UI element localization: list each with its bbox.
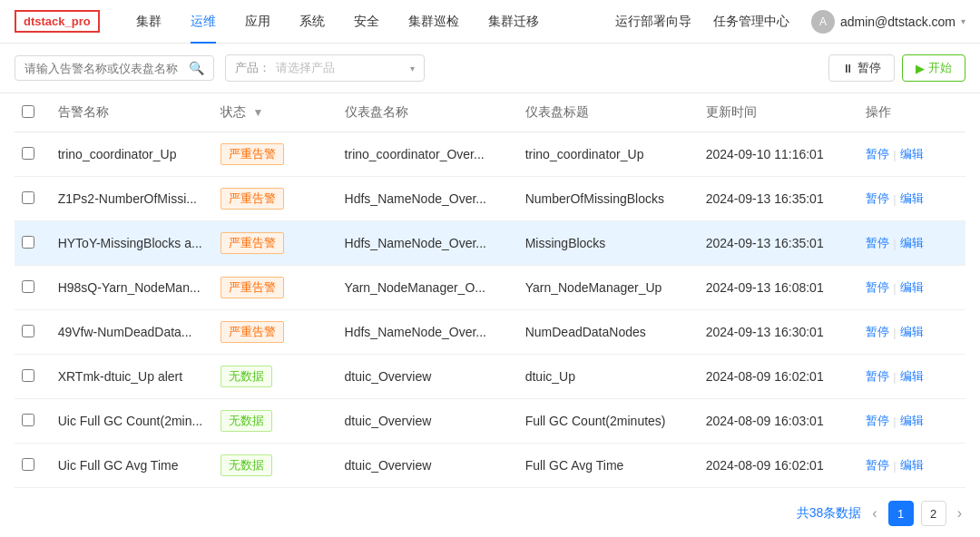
product-select[interactable]: 产品： 请选择产品 ▾: [225, 54, 425, 82]
row-dashboard-title: dtuic_Up: [518, 355, 699, 399]
action-pause-link[interactable]: 暂停: [866, 279, 889, 296]
row-name: Z1Ps2-NumberOfMissi...: [51, 177, 213, 221]
search-icon[interactable]: 🔍: [189, 61, 204, 75]
status-badge: 严重告警: [220, 277, 284, 298]
nav-item-集群[interactable]: 集群: [122, 0, 176, 44]
page-2-button[interactable]: 2: [921, 501, 946, 526]
user-area[interactable]: A admin@dtstack.com ▾: [811, 10, 965, 34]
action-edit-link[interactable]: 编辑: [900, 146, 924, 162]
logo[interactable]: dtstack_pro: [15, 10, 100, 33]
action-edit-link[interactable]: 编辑: [900, 324, 924, 340]
action-pause-link[interactable]: 暂停: [866, 457, 889, 474]
select-all-checkbox[interactable]: [22, 105, 34, 118]
search-box: 🔍: [15, 55, 214, 81]
th-dashboard-title: 仪表盘标题: [518, 93, 699, 132]
action-edit-link[interactable]: 编辑: [900, 413, 924, 429]
row-checkbox[interactable]: [22, 369, 34, 382]
row-dashboard-title: Full GC Count(2minutes): [518, 399, 699, 444]
row-dashboard-title: Yarn_NodeManager_Up: [518, 266, 699, 310]
nav-item-运维[interactable]: 运维: [176, 0, 230, 44]
avatar: A: [811, 10, 835, 34]
row-update-time: 2024-08-09 16:03:01: [699, 399, 858, 444]
action-pause-link[interactable]: 暂停: [866, 190, 889, 207]
action-edit-link[interactable]: 编辑: [900, 235, 924, 251]
toolbar-right: ⏸ 暂停 ▶ 开始: [828, 54, 965, 82]
total-count: 38: [809, 505, 824, 520]
action-edit-link[interactable]: 编辑: [900, 368, 924, 385]
action-divider: |: [893, 370, 896, 384]
nav-item-系统[interactable]: 系统: [285, 0, 339, 44]
prev-page-button[interactable]: ‹: [868, 505, 880, 522]
row-actions: 暂停 | 编辑: [858, 266, 965, 310]
action-edit-link[interactable]: 编辑: [900, 190, 924, 207]
row-status: 严重告警: [213, 221, 338, 266]
row-checkbox-cell: [15, 399, 51, 444]
nav-item-安全[interactable]: 安全: [339, 0, 394, 44]
action-edit-link[interactable]: 编辑: [900, 279, 924, 296]
nav-item-集群巡检[interactable]: 集群巡检: [394, 0, 474, 44]
row-dashboard-name: Yarn_NodeManager_O...: [338, 266, 518, 310]
status-badge: 无数据: [220, 410, 272, 432]
row-actions: 暂停 | 编辑: [858, 177, 965, 221]
action-divider: |: [893, 326, 896, 339]
action-pause-link[interactable]: 暂停: [866, 413, 889, 429]
filter-icon[interactable]: ▼: [252, 106, 263, 119]
topnav: dtstack_pro 集群运维应用系统安全集群巡检集群迁移 运行部署向导任务管…: [0, 0, 980, 44]
row-checkbox[interactable]: [22, 325, 34, 337]
action-divider: |: [893, 237, 896, 250]
status-badge: 严重告警: [220, 321, 284, 343]
row-update-time: 2024-09-13 16:08:01: [699, 266, 858, 310]
row-update-time: 2024-08-09 16:02:01: [699, 444, 858, 488]
nav-item-应用[interactable]: 应用: [230, 0, 285, 44]
row-dashboard-title: NumberOfMissingBlocks: [518, 177, 699, 221]
action-pause-link[interactable]: 暂停: [866, 324, 889, 340]
row-update-time: 2024-09-13 16:35:01: [699, 177, 858, 221]
chevron-down-icon: ▾: [961, 16, 965, 26]
row-checkbox[interactable]: [22, 414, 34, 426]
pause-icon: ⏸: [842, 62, 854, 75]
row-checkbox-cell: [15, 177, 51, 221]
next-page-button[interactable]: ›: [954, 505, 965, 522]
row-actions: 暂停 | 编辑: [858, 310, 965, 355]
row-checkbox[interactable]: [22, 236, 34, 249]
status-badge: 严重告警: [220, 188, 284, 210]
status-badge: 无数据: [220, 366, 272, 387]
row-name: Uic Full GC Avg Time: [51, 444, 213, 488]
row-name: trino_coordinator_Up: [51, 132, 213, 177]
row-dashboard-name: trino_coordinator_Over...: [338, 132, 518, 177]
row-checkbox-cell: [15, 266, 51, 310]
row-checkbox[interactable]: [22, 458, 34, 471]
action-pause-link[interactable]: 暂停: [866, 235, 889, 251]
row-status: 严重告警: [213, 310, 338, 355]
nav-right-item-运行部署向导[interactable]: 运行部署向导: [615, 14, 691, 30]
action-divider: |: [893, 148, 896, 161]
search-input[interactable]: [24, 62, 183, 75]
row-checkbox[interactable]: [22, 191, 34, 204]
row-dashboard-title: Full GC Avg Time: [518, 444, 699, 488]
row-update-time: 2024-09-13 16:30:01: [699, 310, 858, 355]
action-pause-link[interactable]: 暂停: [866, 146, 889, 162]
row-checkbox[interactable]: [22, 280, 34, 293]
action-edit-link[interactable]: 编辑: [900, 457, 924, 474]
table-row: H98sQ-Yarn_NodeMan... 严重告警 Yarn_NodeMana…: [15, 266, 965, 310]
row-checkbox[interactable]: [22, 147, 34, 160]
page-1-button[interactable]: 1: [888, 501, 914, 526]
nav-item-集群迁移[interactable]: 集群迁移: [474, 0, 554, 44]
row-checkbox-cell: [15, 221, 51, 266]
alerts-table: 告警名称 状态 ▼ 仪表盘名称 仪表盘标题 更新时间 操作: [15, 93, 965, 488]
row-dashboard-name: dtuic_Overview: [338, 399, 518, 444]
row-name: HYToY-MissingBlocks a...: [51, 221, 213, 266]
start-button[interactable]: ▶ 开始: [902, 54, 965, 82]
chevron-down-icon: ▾: [410, 63, 415, 73]
table-container: 告警名称 状态 ▼ 仪表盘名称 仪表盘标题 更新时间 操作: [0, 93, 980, 488]
nav-right: 运行部署向导任务管理中心 A admin@dtstack.com ▾: [615, 10, 965, 34]
nav-right-item-任务管理中心[interactable]: 任务管理中心: [713, 14, 789, 30]
action-divider: |: [893, 192, 896, 206]
action-pause-link[interactable]: 暂停: [866, 368, 889, 385]
pagination: 共38条数据 ‹ 1 2 ›: [0, 488, 980, 537]
total-prefix: 共: [797, 505, 809, 520]
row-actions: 暂停 | 编辑: [858, 399, 965, 444]
row-checkbox-cell: [15, 444, 51, 488]
row-update-time: 2024-08-09 16:02:01: [699, 355, 858, 399]
pause-button[interactable]: ⏸ 暂停: [828, 54, 895, 82]
